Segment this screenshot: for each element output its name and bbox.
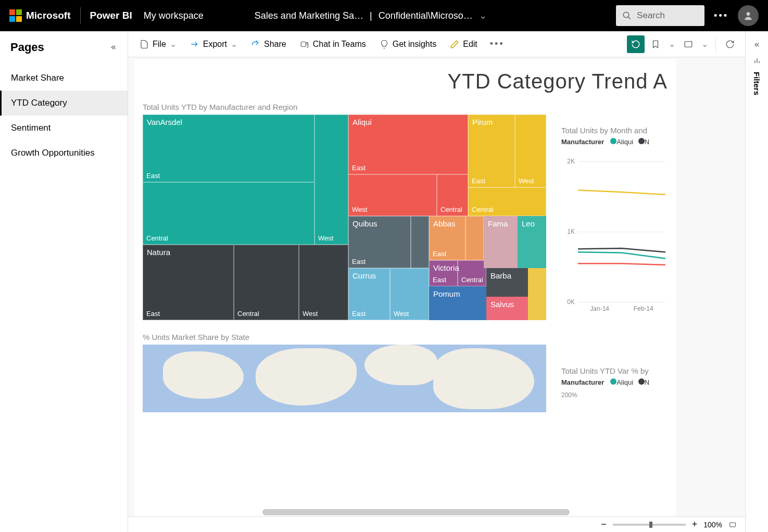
chart-icon [753, 56, 761, 65]
pages-pane: Pages Market ShareYTD CategorySentimentG… [0, 31, 128, 532]
lightbulb-icon [380, 40, 389, 49]
share-icon [251, 40, 260, 49]
treemap-cell-aliqui[interactable]: AliquiEastWestCentral [348, 115, 468, 216]
view-button[interactable] [679, 35, 697, 53]
page-item-sentiment[interactable]: Sentiment [0, 116, 128, 141]
svg-rect-10 [730, 523, 736, 527]
reset-icon [631, 40, 640, 49]
treemap-title: Total Units YTD by Manufacturer and Regi… [143, 103, 668, 111]
svg-line-1 [628, 17, 631, 19]
treemap-cell-currus[interactable]: CurrusEastWest [348, 268, 429, 320]
page-item-ytd-category[interactable]: YTD Category [0, 91, 128, 116]
treemap-cell-pirum[interactable]: PirumEastWestCentral [468, 115, 546, 216]
filters-pane-collapsed[interactable]: Filters [745, 31, 768, 532]
bookmark-button[interactable] [647, 35, 664, 53]
expand-pane-icon[interactable] [753, 41, 761, 49]
report-toolbar: File ⌄ Export ⌄ Share Chat in Teams Get … [128, 31, 745, 57]
treemap-cell-barba[interactable]: Barba [486, 268, 528, 297]
product-name[interactable]: Power BI [90, 10, 132, 21]
chevron-down-icon[interactable]: ⌄ [666, 39, 677, 49]
treemap-cell-victoria[interactable]: VictoriaEastCentral [429, 260, 486, 286]
variance-legend: Manufacturer Aliqui N [561, 378, 652, 386]
treemap-cell-vanarsdel[interactable]: VanArsdelEastCentralWest [143, 115, 348, 245]
file-icon [140, 40, 149, 49]
separator: | [370, 10, 372, 21]
chevron-down-icon: ⌄ [170, 39, 177, 49]
edit-button[interactable]: Edit [445, 36, 483, 52]
search-placeholder: Search [637, 10, 665, 21]
treemap-cell-leo[interactable]: Leo [518, 216, 546, 268]
microsoft-logo-icon [9, 9, 22, 22]
collapse-pane-icon[interactable] [109, 43, 117, 52]
user-avatar[interactable] [738, 5, 759, 26]
variance-title: Total Units YTD Var % by [561, 366, 652, 375]
svg-point-0 [623, 12, 629, 18]
svg-rect-6 [685, 41, 692, 47]
svg-rect-4 [301, 42, 306, 46]
user-icon [743, 10, 753, 21]
more-toolbar-button[interactable]: ••• [490, 39, 505, 49]
page-item-market-share[interactable]: Market Share [0, 66, 128, 91]
view-icon [684, 40, 693, 49]
separator [80, 7, 81, 24]
report-canvas: YTD Category Trend A Total Units YTD by … [134, 59, 676, 532]
refresh-button[interactable] [721, 35, 739, 53]
treemap-cell-pomum[interactable]: Pomum [429, 286, 486, 320]
page-title: YTD Category Trend A [143, 64, 668, 97]
treemap-cell-abbas[interactable]: AbbasEast [429, 216, 484, 260]
treemap-cell-salvus[interactable]: Salvus [486, 297, 528, 320]
share-button[interactable]: Share [246, 36, 292, 52]
bookmark-icon [651, 40, 660, 49]
zoom-out-button[interactable]: − [601, 519, 607, 530]
workspace-link[interactable]: My workspace [144, 10, 204, 21]
microsoft-logo[interactable]: Microsoft [9, 9, 71, 22]
fit-page-icon[interactable] [728, 521, 737, 529]
search-icon [622, 11, 632, 20]
export-icon [190, 40, 199, 49]
refresh-icon [725, 40, 735, 49]
chat-teams-button[interactable]: Chat in Teams [295, 36, 371, 52]
treemap-cell-fama[interactable]: Fama [484, 216, 518, 268]
microsoft-label: Microsoft [26, 10, 71, 21]
treemap-visual[interactable]: VanArsdelEastCentralWestNaturaEastCentra… [143, 115, 546, 320]
linechart-visual[interactable]: 2K1K0K Jan-14Feb-14 [561, 161, 665, 312]
app-header: Microsoft Power BI My workspace Sales an… [0, 0, 768, 31]
chevron-down-icon[interactable]: ⌄ [699, 39, 710, 49]
file-menu[interactable]: File ⌄ [134, 36, 182, 52]
breadcrumb: Sales and Marketing Sa… | Confidential\M… [255, 10, 487, 21]
linechart-title: Total Units by Month and [561, 126, 665, 135]
reset-button[interactable] [627, 35, 645, 53]
treemap-cell-quibus[interactable]: QuibusEast [348, 216, 429, 268]
zoom-level: 100% [703, 521, 722, 529]
filters-label: Filters [752, 72, 761, 95]
teams-icon [300, 40, 309, 49]
more-options-button[interactable]: ••• [714, 10, 728, 21]
svg-point-5 [306, 42, 308, 44]
insights-button[interactable]: Get insights [374, 36, 442, 52]
chevron-down-icon: ⌄ [231, 39, 237, 49]
pages-title: Pages [10, 41, 44, 54]
pencil-icon [450, 40, 459, 49]
zoom-in-button[interactable]: + [692, 519, 698, 530]
treemap-cell-natura[interactable]: NaturaEastCentralWest [143, 245, 348, 320]
map-visual[interactable] [143, 345, 546, 412]
export-menu[interactable]: Export ⌄ [185, 36, 243, 52]
zoom-slider[interactable] [613, 524, 686, 526]
sensitivity-label[interactable]: Confidential\Microso… [379, 10, 473, 21]
linechart-legend: Manufacturer Aliqui N [561, 138, 665, 146]
map-title: % Units Market Share by State [143, 333, 668, 341]
page-item-growth-opportunities[interactable]: Growth Opportunities [0, 141, 128, 166]
search-input[interactable]: Search [616, 5, 704, 26]
svg-point-2 [747, 12, 750, 16]
horizontal-scrollbar[interactable] [262, 509, 570, 515]
treemap-cell-unnamed[interactable] [528, 268, 546, 320]
status-bar: − + 100% [128, 516, 745, 532]
chevron-down-icon[interactable]: ⌄ [479, 10, 487, 21]
variance-ytick: 200% [561, 391, 652, 399]
report-name[interactable]: Sales and Marketing Sa… [255, 10, 363, 21]
